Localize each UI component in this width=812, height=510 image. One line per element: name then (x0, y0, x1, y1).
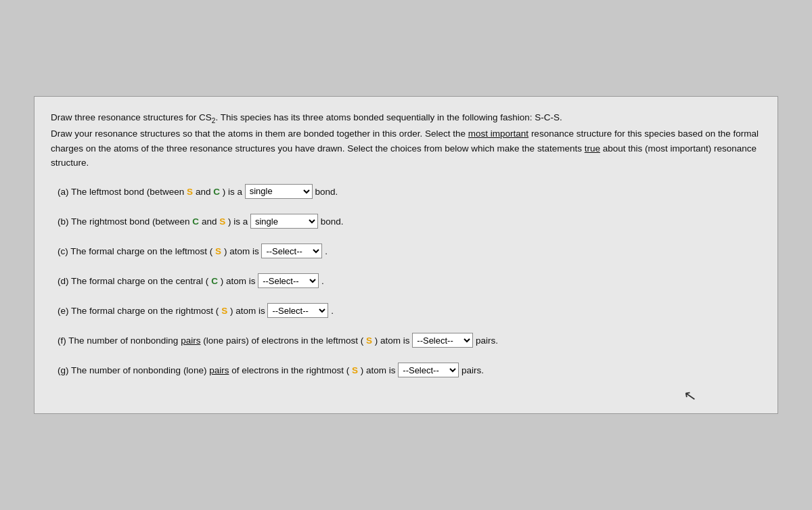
question-b-atom-s: S (219, 216, 225, 227)
question-b-text: ) is a (228, 216, 250, 227)
question-b-and: and (202, 216, 219, 227)
question-d-select[interactable]: --Select-- -2 -1 0 +1 +2 (258, 273, 319, 288)
question-e-label: (e) The formal charge on the rightmost ( (58, 306, 219, 316)
question-f-atom-s: S (366, 335, 372, 346)
question-a-select[interactable]: single double triple (245, 184, 313, 199)
question-e-select[interactable]: --Select-- -2 -1 0 +1 +2 (267, 303, 328, 318)
question-f: (f) The number of nonbonding pairs (lone… (51, 333, 761, 348)
question-f-select[interactable]: --Select-- 0 1 2 3 (412, 333, 473, 348)
question-g-end: pairs. (461, 365, 484, 375)
question-f-label: (f) The number of nonbonding pairs (lone… (58, 335, 363, 346)
question-e-end: . (331, 306, 334, 316)
question-a: (a) The leftmost bond (between S and C )… (51, 184, 761, 199)
question-f-end: pairs. (476, 335, 498, 346)
question-e: (e) The formal charge on the rightmost (… (51, 303, 761, 318)
question-a-atom-c: C (213, 186, 220, 196)
question-d-text: ) atom is (221, 276, 258, 286)
intro-paragraph: Draw three resonance structures for CS2.… (51, 110, 761, 170)
question-a-and: and (196, 186, 213, 196)
question-b: (b) The rightmost bond (between C and S … (51, 214, 761, 229)
question-c-label: (c) The formal charge on the leftmost ( (58, 246, 212, 256)
question-g-text: ) atom is (361, 365, 399, 375)
question-a-label: (a) The leftmost bond (between (58, 186, 187, 196)
question-g-select[interactable]: --Select-- 0 1 2 3 (398, 363, 459, 377)
main-container: Draw three resonance structures for CS2.… (34, 96, 778, 413)
question-c-end: . (325, 246, 328, 256)
question-c-atom-s: S (215, 246, 221, 256)
question-c-text: ) atom is (224, 246, 262, 256)
question-f-text: ) atom is (375, 335, 413, 346)
question-c: (c) The formal charge on the leftmost ( … (51, 244, 761, 258)
question-e-atom-s: S (221, 306, 227, 316)
question-b-atom-c: C (192, 216, 199, 227)
question-g: (g) The number of nonbonding (lone) pair… (51, 363, 761, 377)
question-g-label: (g) The number of nonbonding (lone) pair… (58, 365, 349, 375)
question-d-label: (d) The formal charge on the central ( (58, 276, 208, 286)
question-g-atom-s: S (352, 365, 358, 375)
cursor-arrow: ↖ (683, 387, 698, 407)
question-e-text: ) atom is (230, 306, 268, 316)
question-d-atom-c: C (211, 276, 218, 286)
question-a-end: bond. (315, 186, 338, 196)
question-c-select[interactable]: --Select-- -2 -1 0 +1 +2 (261, 244, 322, 258)
question-a-atom-s: S (187, 186, 193, 196)
question-b-end: bond. (321, 216, 344, 227)
question-b-label: (b) The rightmost bond (between (58, 216, 192, 227)
question-b-select[interactable]: single double triple (250, 214, 318, 229)
question-d: (d) The formal charge on the central ( C… (51, 273, 761, 288)
question-a-text: ) is a (223, 186, 245, 196)
question-d-end: . (321, 276, 324, 286)
